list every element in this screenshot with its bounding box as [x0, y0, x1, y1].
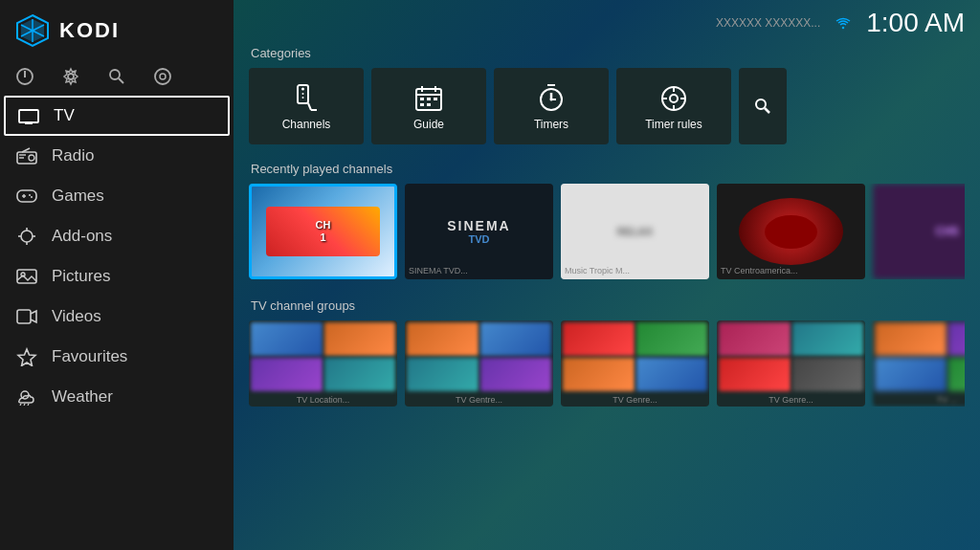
sidebar-item-label-weather: Weather: [52, 387, 113, 407]
power-button[interactable]: [15, 67, 34, 86]
svg-point-38: [301, 88, 304, 91]
svg-rect-51: [427, 103, 431, 106]
sidebar-item-tv[interactable]: TV: [4, 96, 230, 136]
timer-rules-label: Timer rules: [645, 118, 702, 131]
category-timers[interactable]: Timers: [494, 68, 609, 144]
svg-rect-50: [420, 103, 424, 106]
sidebar-item-label-addons: Add-ons: [52, 227, 112, 246]
sidebar-item-addons[interactable]: Add-ons: [0, 216, 234, 256]
svg-rect-48: [427, 98, 431, 100]
svg-point-55: [550, 99, 553, 101]
sidebar-item-pictures[interactable]: Pictures: [0, 256, 234, 297]
app-title: KODI: [59, 18, 120, 43]
sidebar-item-games[interactable]: Games: [0, 176, 234, 216]
games-icon: [15, 188, 38, 204]
kodi-logo-icon: [15, 13, 50, 48]
channel-card-4[interactable]: TV Centroamerica...: [717, 184, 865, 279]
svg-rect-49: [434, 98, 437, 100]
rewind-button[interactable]: [153, 67, 172, 86]
svg-rect-19: [17, 190, 36, 202]
username-label: XXXXXX XXXXXX...: [716, 16, 820, 30]
svg-point-58: [670, 95, 678, 102]
channels-row: CH1 SINEMA TVD SINEMA TVD... RELAX Music…: [249, 184, 965, 279]
svg-line-35: [24, 404, 25, 406]
svg-point-23: [31, 196, 33, 198]
group-3-label: TV Genre...: [561, 393, 709, 407]
groups-row: TV Location... TV Gentre...: [249, 320, 965, 407]
utility-icons: [0, 61, 234, 96]
group-1-label: TV Location...: [249, 393, 397, 407]
addons-icon: [15, 228, 38, 245]
group-card-5[interactable]: TV ...: [873, 320, 965, 407]
svg-point-39: [302, 93, 304, 95]
timers-label: Timers: [534, 118, 568, 131]
guide-icon: [414, 81, 443, 111]
favourites-icon: [15, 347, 38, 366]
channel-groups-section: TV channel groups TV Location...: [234, 298, 980, 416]
radio-icon: [15, 147, 38, 165]
sidebar-item-videos[interactable]: Videos: [0, 297, 234, 337]
channel-card-2[interactable]: SINEMA TVD SINEMA TVD...: [405, 184, 553, 279]
category-timer-rules[interactable]: Timer rules: [616, 68, 731, 144]
search-button[interactable]: [107, 67, 126, 86]
channel-2-label: SINEMA TVD...: [409, 266, 549, 275]
svg-point-40: [302, 97, 304, 99]
sidebar-item-favourites[interactable]: Favourites: [0, 337, 234, 377]
wifi-icon: [835, 16, 851, 30]
svg-point-10: [155, 69, 170, 84]
channel-card-3[interactable]: RELAX Music Tropic M...: [561, 184, 709, 279]
sidebar-item-label-pictures: Pictures: [52, 267, 110, 286]
topbar: XXXXXX XXXXXX... 1:00 AM: [234, 0, 980, 46]
timers-icon: [538, 81, 565, 112]
categories-title: Categories: [249, 46, 965, 60]
videos-icon: [15, 308, 38, 325]
svg-rect-29: [17, 270, 36, 283]
search-partial-icon: [753, 97, 772, 116]
svg-line-64: [765, 108, 769, 113]
svg-point-16: [29, 155, 34, 161]
recently-played-title: Recently played channels: [249, 162, 965, 176]
recently-played-section: Recently played channels CH1 SINEMA TVD …: [234, 162, 980, 289]
group-card-3[interactable]: TV Genre...: [561, 320, 709, 407]
group-card-1[interactable]: TV Location...: [249, 320, 397, 407]
channel-card-5[interactable]: CH5: [873, 184, 965, 279]
svg-point-22: [29, 194, 31, 196]
sidebar-item-label-games: Games: [52, 187, 104, 206]
sidebar: KODI TV Radio: [0, 0, 234, 550]
svg-line-36: [28, 404, 29, 406]
sidebar-item-weather[interactable]: Weather: [0, 377, 234, 417]
category-guide[interactable]: Guide: [371, 68, 486, 144]
channel-card-1[interactable]: CH1: [249, 184, 397, 279]
sidebar-item-radio[interactable]: Radio: [0, 136, 234, 176]
settings-button[interactable]: [61, 67, 80, 86]
channel-4-label: TV Centroamerica...: [721, 266, 861, 275]
svg-rect-12: [19, 110, 38, 122]
timer-rules-icon: [660, 81, 687, 111]
svg-point-24: [21, 231, 33, 242]
svg-rect-31: [17, 310, 31, 323]
sidebar-item-label-radio: Radio: [52, 146, 94, 165]
svg-point-63: [756, 99, 766, 109]
pictures-icon: [15, 268, 38, 285]
svg-line-9: [119, 78, 123, 83]
svg-point-8: [110, 70, 120, 79]
category-search-partial[interactable]: [739, 68, 787, 144]
svg-rect-47: [420, 98, 424, 100]
guide-label: Guide: [413, 118, 444, 131]
channel-1-content: CH1: [252, 187, 394, 276]
categories-row: Channels Guide Timers Time: [249, 68, 965, 144]
group-card-4[interactable]: TV Genre...: [717, 320, 865, 407]
channel-3-content: RELAX: [561, 184, 709, 279]
tv-icon: [17, 107, 40, 124]
logo-area: KODI: [0, 0, 234, 61]
main-content: XXXXXX XXXXXX... 1:00 AM Categories Chan…: [234, 0, 980, 550]
group-card-2[interactable]: TV Gentre...: [405, 320, 553, 407]
categories-section: Categories Channels Guide Ti: [234, 46, 980, 154]
clock: 1:00 AM: [866, 8, 965, 38]
sidebar-item-label-videos: Videos: [52, 307, 101, 326]
sidebar-item-label-favourites: Favourites: [52, 347, 127, 366]
category-channels[interactable]: Channels: [249, 68, 364, 144]
group-2-label: TV Gentre...: [405, 393, 553, 407]
channel-5-content: CH5: [873, 184, 965, 279]
svg-marker-32: [18, 349, 35, 366]
